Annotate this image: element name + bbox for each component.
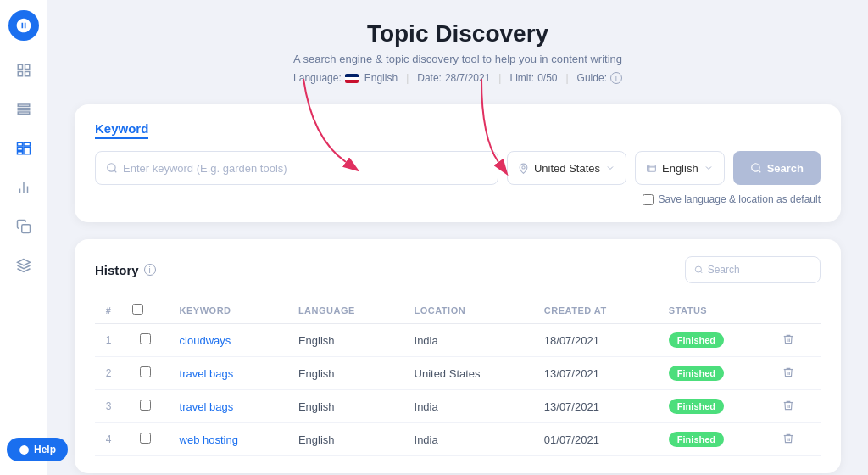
keyword-input-wrapper[interactable] <box>95 151 498 185</box>
keyword-link[interactable]: cloudways <box>180 334 231 347</box>
row-status: Finished <box>659 423 772 456</box>
location-select[interactable]: United States <box>507 151 626 185</box>
row-status: Finished <box>659 324 772 357</box>
save-default-label: Save language & location as default <box>659 193 821 205</box>
row-num: 3 <box>95 390 122 423</box>
row-checkbox[interactable] <box>140 433 151 444</box>
save-default-checkbox[interactable] <box>643 194 654 205</box>
row-keyword: web hosting <box>170 423 288 456</box>
row-checkbox-cell[interactable] <box>122 324 170 357</box>
guide-label: Guide: <box>577 72 607 84</box>
page-subtitle: A search engine & topic discovery tool t… <box>75 53 841 65</box>
history-header: History i <box>95 256 821 283</box>
search-icon <box>106 162 118 174</box>
chevron-down-icon-2 <box>704 163 714 173</box>
search-section-label: Keyword <box>95 121 148 139</box>
limit-value: 0/50 <box>537 72 557 84</box>
row-actions[interactable] <box>772 324 821 357</box>
history-card: History i # KEYWORD LANGUAGE LOCATION CR… <box>75 239 841 473</box>
history-search-wrap[interactable] <box>685 256 821 283</box>
flag-icon <box>345 74 359 83</box>
sidebar-item-layers[interactable] <box>8 249 40 282</box>
language-icon <box>646 163 657 174</box>
sidebar-item-analytics[interactable] <box>8 171 40 204</box>
row-keyword: travel bags <box>170 390 288 423</box>
col-location: LOCATION <box>404 297 534 324</box>
sidebar-item-reports[interactable] <box>8 93 40 126</box>
col-num: # <box>95 297 122 324</box>
svg-line-20 <box>114 170 117 173</box>
row-language: English <box>288 423 404 456</box>
search-btn-icon <box>750 162 762 174</box>
svg-rect-6 <box>18 112 30 114</box>
row-actions[interactable] <box>772 390 821 423</box>
app-logo[interactable] <box>8 10 39 41</box>
col-status: STATUS <box>659 297 772 324</box>
row-checkbox-cell[interactable] <box>122 357 170 390</box>
svg-rect-0 <box>18 64 22 69</box>
date-value: 28/7/2021 <box>445 72 490 84</box>
row-checkbox[interactable] <box>140 333 151 344</box>
guide-info-icon[interactable]: i <box>610 72 622 84</box>
svg-rect-5 <box>18 109 30 110</box>
col-actions <box>772 297 821 324</box>
status-badge: Finished <box>669 432 724 447</box>
row-checkbox-cell[interactable] <box>122 423 170 456</box>
keyword-link[interactable]: web hosting <box>180 433 238 446</box>
sidebar-item-copy[interactable] <box>8 210 40 243</box>
row-created-at: 13/07/2021 <box>534 390 659 423</box>
language-label: Language: <box>293 72 342 84</box>
table-row: 4 web hosting English India 01/07/2021 F… <box>95 423 821 456</box>
svg-rect-15 <box>21 225 30 233</box>
delete-icon[interactable] <box>782 433 794 444</box>
delete-icon[interactable] <box>782 366 794 378</box>
history-table: # KEYWORD LANGUAGE LOCATION CREATED AT S… <box>95 297 821 456</box>
select-all-checkbox[interactable] <box>132 304 143 315</box>
svg-rect-8 <box>17 148 22 151</box>
delete-icon[interactable] <box>782 400 794 411</box>
sidebar-item-dashboard[interactable] <box>8 54 40 87</box>
row-actions[interactable] <box>772 423 821 456</box>
language-value: English <box>662 162 698 175</box>
sidebar-item-topic-discovery[interactable] <box>8 132 40 165</box>
status-badge: Finished <box>669 332 724 348</box>
row-keyword: travel bags <box>170 357 288 390</box>
svg-rect-3 <box>25 72 29 76</box>
row-location: India <box>404 423 534 456</box>
svg-rect-2 <box>18 72 22 76</box>
row-actions[interactable] <box>772 357 821 390</box>
row-checkbox[interactable] <box>140 366 151 377</box>
language-select[interactable]: English <box>635 151 725 185</box>
svg-line-24 <box>758 170 760 173</box>
svg-line-26 <box>700 271 702 273</box>
history-search-input[interactable] <box>708 264 811 276</box>
svg-point-21 <box>522 165 525 168</box>
row-created-at: 13/07/2021 <box>534 357 659 390</box>
table-header-row: # KEYWORD LANGUAGE LOCATION CREATED AT S… <box>95 297 821 324</box>
main-content: Topic Discovery A search engine & topic … <box>47 0 868 475</box>
table-row: 3 travel bags English India 13/07/2021 F… <box>95 390 821 423</box>
row-location: India <box>404 390 534 423</box>
row-location: United States <box>404 357 534 390</box>
keyword-input[interactable] <box>123 162 487 175</box>
row-checkbox-cell[interactable] <box>122 390 170 423</box>
row-num: 1 <box>95 324 122 357</box>
delete-icon[interactable] <box>782 333 794 345</box>
sidebar <box>0 0 47 475</box>
status-badge: Finished <box>669 399 724 414</box>
row-created-at: 01/07/2021 <box>534 423 659 456</box>
limit-label: Limit: <box>509 72 534 84</box>
col-created-at: CREATED AT <box>534 297 659 324</box>
help-label: Help <box>34 444 56 455</box>
row-language: English <box>288 390 404 423</box>
location-icon <box>518 163 529 174</box>
help-button[interactable]: Help <box>7 438 68 461</box>
keyword-link[interactable]: travel bags <box>180 400 234 413</box>
row-checkbox[interactable] <box>140 400 151 411</box>
history-info-icon[interactable]: i <box>144 264 156 276</box>
keyword-link[interactable]: travel bags <box>180 367 234 380</box>
col-check <box>122 297 170 324</box>
search-button[interactable]: Search <box>733 151 821 185</box>
meta-divider-1: | <box>406 72 409 84</box>
svg-marker-16 <box>17 260 30 266</box>
